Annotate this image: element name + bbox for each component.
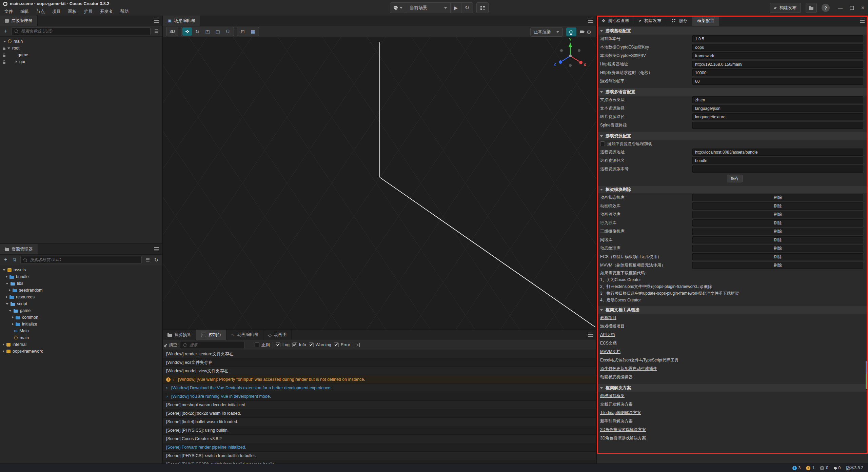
doc-link-ecs[interactable]: ECS文档 xyxy=(600,340,617,346)
scale-tool-button[interactable]: ◳ xyxy=(203,27,212,36)
filter-log-checkbox[interactable]: Log xyxy=(276,342,290,347)
expand-chevron-icon[interactable]: › xyxy=(173,375,176,383)
tree-row[interactable]: gui xyxy=(0,58,162,65)
minimize-button[interactable]: — xyxy=(838,5,843,11)
refresh-icon[interactable]: ↻ xyxy=(153,256,159,263)
remove-module-button[interactable]: 剔除 xyxy=(692,202,863,210)
mode-3d-toggle[interactable]: 3D xyxy=(166,27,178,36)
tab-console[interactable]: 控制台 xyxy=(196,330,226,340)
regex-checkbox[interactable]: 正则 xyxy=(255,342,270,348)
section-modules[interactable]: 框架模块剔除 xyxy=(597,186,867,193)
tree-row[interactable]: TS Main xyxy=(0,328,162,334)
tab-services[interactable]: 服务 xyxy=(666,16,692,26)
remove-module-button[interactable]: 剔除 xyxy=(692,219,863,227)
http-timeout-input[interactable] xyxy=(692,69,863,76)
tree-row[interactable]: game xyxy=(0,307,162,314)
chevron-right-icon[interactable] xyxy=(9,289,11,292)
remote-url-input[interactable] xyxy=(692,149,863,156)
section-solutions[interactable]: 框架解决方案 xyxy=(597,384,867,392)
scene-editor-tab[interactable]: ▣ 场景编辑器 xyxy=(163,16,200,26)
preview-target-button[interactable] xyxy=(390,3,406,13)
filter-icon[interactable] xyxy=(154,31,158,32)
console-row-warning[interactable]: ! › [Window] [Vue warn]: Property "onInp… xyxy=(163,375,596,384)
doc-link-mvvm[interactable]: MVVM文档 xyxy=(600,349,620,355)
lock-icon[interactable] xyxy=(3,48,5,50)
remove-module-button[interactable]: 剔除 xyxy=(692,211,863,218)
solution-link-3drpg[interactable]: 3D角色扮演游戏解决方案 xyxy=(600,435,646,441)
close-button[interactable]: × xyxy=(861,4,865,11)
chevron-down-icon[interactable] xyxy=(7,47,10,49)
sort-icon[interactable]: ⇅ xyxy=(12,256,18,263)
scrollbar-thumb-blue[interactable] xyxy=(866,361,867,374)
rotate-tool-button[interactable]: ↻ xyxy=(193,27,202,36)
menu-extension[interactable]: 扩展 xyxy=(80,9,96,15)
text-path-input[interactable] xyxy=(692,105,863,112)
tab-property-inspector[interactable]: ❖ 属性检查器 xyxy=(597,16,634,26)
expand-chevron-icon[interactable]: › xyxy=(166,392,169,400)
assets-tab[interactable]: 资源管理器 xyxy=(0,244,38,254)
filter-error-checkbox[interactable]: Error xyxy=(334,342,350,347)
chevron-down-icon[interactable] xyxy=(6,303,8,305)
language-types-input[interactable] xyxy=(692,96,863,103)
spine-path-input[interactable] xyxy=(692,122,863,129)
scene-viewport[interactable]: Y X Z xyxy=(163,37,596,329)
tree-row[interactable]: assets xyxy=(0,267,162,273)
chevron-down-icon[interactable] xyxy=(9,310,12,312)
move-tool-button[interactable]: ✜ xyxy=(182,27,192,36)
remove-module-button[interactable]: 剔除 xyxy=(692,236,863,243)
hierarchy-search-input[interactable] xyxy=(20,28,147,34)
remote-load-checkbox[interactable] xyxy=(600,141,605,146)
tree-row[interactable]: internal xyxy=(0,341,162,348)
tree-row[interactable]: main xyxy=(0,38,162,45)
section-docs[interactable]: 框架文档工具链接 xyxy=(597,306,867,314)
create-asset-button[interactable]: + xyxy=(3,256,9,263)
remove-module-button[interactable]: 剔除 xyxy=(692,194,863,201)
tree-row[interactable]: main xyxy=(0,334,162,341)
restart-button[interactable]: ↻ xyxy=(461,3,473,13)
open-project-folder-button[interactable] xyxy=(806,3,817,13)
help-button[interactable]: ? xyxy=(822,4,830,12)
status-info-count[interactable]: i 3 xyxy=(792,466,801,470)
orientation-gizmo[interactable]: Y X Z xyxy=(550,37,591,75)
expand-chevron-icon[interactable]: › xyxy=(166,384,169,392)
chevron-right-icon[interactable] xyxy=(3,343,4,346)
game-version-input[interactable] xyxy=(692,35,863,42)
doc-link-template[interactable]: 游戏模板项目 xyxy=(600,323,625,329)
texture-path-input[interactable] xyxy=(692,113,863,120)
render-mode-dropdown[interactable]: 正常渲染 xyxy=(530,27,563,37)
chevron-right-icon[interactable] xyxy=(12,316,14,319)
build-publish-button[interactable]: 构建发布 xyxy=(770,3,801,13)
tab-animation-graph[interactable]: ◇ 动画图 xyxy=(263,330,292,340)
chevron-down-icon[interactable] xyxy=(6,283,8,284)
doc-link-api[interactable]: API文档 xyxy=(600,332,615,338)
console-search-input[interactable] xyxy=(189,342,243,348)
lock-icon[interactable] xyxy=(3,55,5,57)
preview-qr-button[interactable] xyxy=(476,2,489,13)
panel-menu-icon[interactable] xyxy=(154,249,159,250)
maximize-button[interactable] xyxy=(850,6,854,10)
tab-animation-editor[interactable]: ∿ 动画编辑器 xyxy=(226,330,263,340)
tree-row[interactable]: bundle xyxy=(0,273,162,280)
tree-row[interactable]: seedrandom xyxy=(0,287,162,294)
tree-row[interactable]: root xyxy=(0,45,162,52)
panel-menu-icon[interactable] xyxy=(588,334,593,335)
scene-select-dropdown[interactable]: 当前场景 xyxy=(406,3,451,13)
save-button[interactable]: 保存 xyxy=(727,175,743,182)
solution-link-tactics[interactable]: 战棋游戏框架 xyxy=(600,393,625,399)
menu-edit[interactable]: 编辑 xyxy=(17,9,33,15)
tree-row[interactable]: initialize xyxy=(0,321,162,328)
menu-project[interactable]: 项目 xyxy=(48,9,64,15)
status-warning-count[interactable]: ! 1 xyxy=(806,466,814,470)
snap-tool-button[interactable]: ⊡ xyxy=(238,27,248,36)
tab-build-publish[interactable]: 构建发布 xyxy=(634,16,666,26)
tree-row[interactable]: libs xyxy=(0,280,162,287)
menu-file[interactable]: 文件 xyxy=(1,9,17,15)
crypto-key-input[interactable] xyxy=(692,44,863,51)
solution-link-guide[interactable]: 新手引导解决方案 xyxy=(600,418,633,424)
console-row-info[interactable]: › [Window] You are running Vue in develo… xyxy=(163,392,596,401)
solution-link-fullstack[interactable]: 全栈开发解决方案 xyxy=(600,401,633,407)
panel-menu-icon[interactable] xyxy=(588,20,593,21)
remove-module-button[interactable]: 剔除 xyxy=(692,228,863,235)
play-button[interactable]: ▶ xyxy=(451,3,461,13)
clear-console-button[interactable]: 清空 xyxy=(165,341,177,349)
